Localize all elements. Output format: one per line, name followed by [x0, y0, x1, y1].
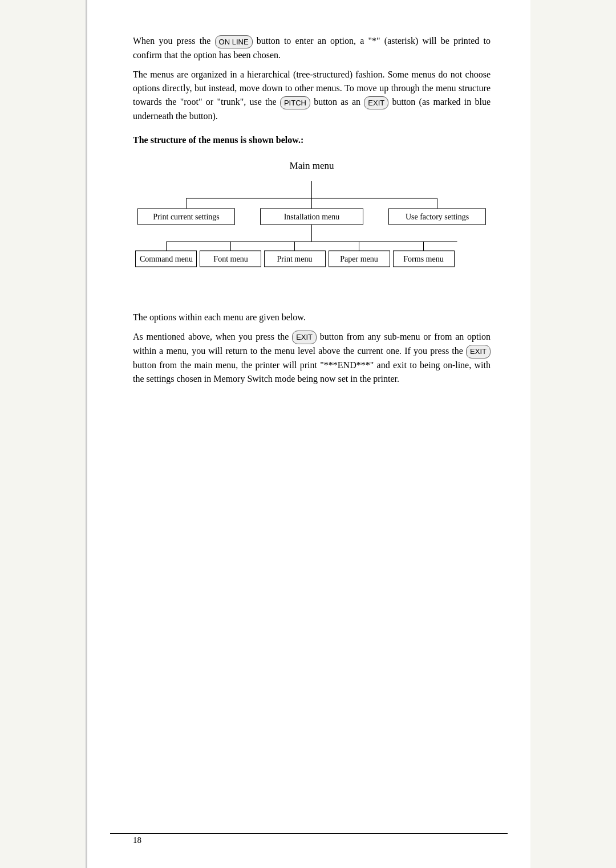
tree-svg: Print current settings Installation menu… [133, 176, 491, 295]
paragraph-2: The menus are organized in a hierarchica… [133, 68, 491, 123]
l1-box1: Print current settings [153, 213, 220, 221]
section-title: The structure of the menus is shown belo… [133, 133, 491, 147]
paragraph-1: When you press the ON LINE button to ent… [133, 34, 491, 62]
l2-box2: Font menu [213, 255, 248, 263]
para3-text: The options within each menu are given b… [133, 312, 306, 322]
l2-box1: Command menu [140, 255, 193, 263]
bottom-rule [110, 833, 508, 834]
paragraph-3: The options within each menu are given b… [133, 311, 491, 324]
pitch-button: PITCH [280, 96, 310, 110]
tree-diagram: Main menu Print current settings Install… [133, 158, 491, 299]
page: When you press the ON LINE button to ent… [86, 0, 530, 868]
exit-button-3: EXIT [466, 345, 491, 358]
para4-text1: As mentioned above, when you press the [133, 332, 289, 341]
main-menu-label: Main menu [133, 158, 491, 173]
l1-box3: Use factory settings [406, 213, 469, 221]
l1-box2: Installation menu [284, 213, 340, 221]
para1-text1: When you press the [133, 36, 210, 46]
l2-box5: Forms menu [403, 255, 443, 263]
page-number: 18 [133, 836, 141, 845]
page-content: When you press the ON LINE button to ent… [133, 34, 491, 386]
exit-button-2: EXIT [292, 331, 317, 344]
para4-text3: button from the main menu, the printer w… [133, 360, 491, 384]
paragraph-4: As mentioned above, when you press the E… [133, 330, 491, 386]
l2-box4: Paper menu [340, 255, 378, 263]
exit-button-1: EXIT [364, 96, 388, 110]
online-button: ON LINE [215, 35, 253, 49]
l2-box3: Print menu [277, 255, 313, 263]
para2-text2: button as an [314, 97, 360, 107]
